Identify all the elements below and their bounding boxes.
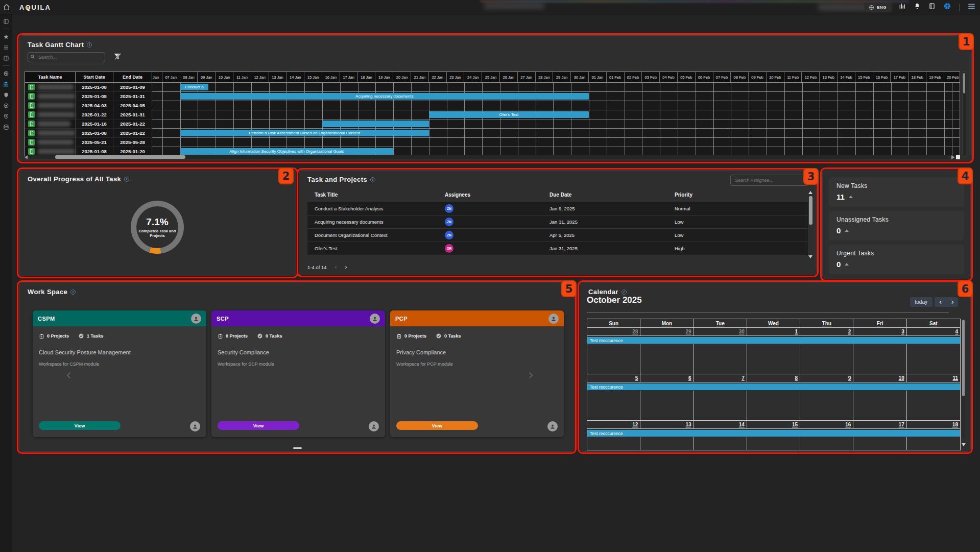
scroll-left-arrow-icon[interactable] — [25, 155, 28, 159]
column-header-due-date[interactable]: Due Date — [542, 192, 667, 198]
calendar-day-cell[interactable] — [800, 344, 853, 374]
assignee-avatar[interactable]: ZN — [445, 218, 453, 226]
sidebar-database-icon[interactable] — [3, 124, 9, 130]
column-header-priority[interactable]: Priority — [667, 192, 808, 198]
workspace-view-button[interactable]: View — [39, 421, 121, 430]
stat-card-unassigned-tasks[interactable]: Unassigned Tasks0 — [829, 211, 964, 241]
avatar-icon[interactable] — [191, 314, 201, 324]
calendar-day-cell[interactable] — [694, 391, 747, 420]
scroll-up-arrow-icon[interactable] — [808, 191, 812, 194]
sidebar-shield-user-icon[interactable] — [3, 113, 9, 119]
assignee-avatar[interactable]: ZN — [445, 231, 453, 239]
calendar-date[interactable]: 4 — [907, 328, 960, 335]
workspace-card-pcp[interactable]: PCP0 Projects0 TasksPrivacy ComplianceWo… — [390, 310, 564, 437]
column-header-task-name[interactable]: Task Name — [25, 72, 76, 82]
gantt-bar[interactable]: Acquiring necessary documents — [180, 93, 589, 100]
calendar-scroll-down-icon[interactable] — [962, 443, 966, 446]
calendar-day-header[interactable]: Fri — [853, 319, 906, 327]
column-header-assignees[interactable]: Assignees — [438, 192, 542, 198]
gantt-task-name-cell[interactable] — [25, 129, 76, 138]
stat-card-urgent-tasks[interactable]: Urgent Tasks0 — [829, 245, 964, 274]
calendar-day-cell[interactable] — [587, 391, 640, 420]
assignee-avatar[interactable]: ZN — [445, 204, 453, 213]
calendar-day-cell[interactable] — [587, 344, 640, 374]
calendar-next-icon[interactable] — [950, 300, 955, 305]
sidebar-shield-icon[interactable] — [3, 91, 9, 98]
user-avatar[interactable] — [943, 2, 951, 12]
pagination-prev-icon[interactable]: ‹ — [335, 264, 337, 270]
task-row[interactable]: Acquiring necessary documentsZNJan 31, 2… — [307, 215, 808, 228]
calendar-date[interactable]: 1 — [747, 328, 800, 335]
calendar-date[interactable]: 9 — [800, 374, 853, 382]
calendar-day-cell[interactable] — [800, 437, 853, 450]
menu-hamburger-icon[interactable] — [967, 2, 976, 13]
gantt-vertical-scrollbar[interactable] — [962, 71, 966, 156]
calendar-date[interactable]: 2 — [800, 328, 853, 335]
calendar-day-cell[interactable] — [907, 391, 960, 420]
calendar-event-bar[interactable]: Test reoccurence — [587, 337, 960, 344]
sidebar-menu-icon[interactable] — [3, 44, 9, 51]
calendar-day-cell[interactable] — [747, 437, 800, 450]
carousel-next-icon[interactable] — [526, 371, 535, 380]
calendar-date[interactable]: 29 — [640, 328, 694, 335]
gantt-search-input[interactable] — [28, 52, 105, 62]
avatar-icon[interactable] — [190, 421, 200, 431]
calendar-date[interactable]: 10 — [853, 374, 906, 382]
assignee-avatar[interactable]: OR — [445, 244, 453, 253]
sort-caret-icon[interactable] — [845, 229, 849, 232]
calendar-date[interactable]: 15 — [747, 421, 800, 428]
calendar-date[interactable]: 28 — [587, 328, 640, 335]
gantt-bar[interactable]: Ofer's Test — [429, 111, 589, 118]
gantt-task-name-cell[interactable] — [25, 110, 76, 119]
calendar-day-header[interactable]: Mon — [640, 319, 694, 327]
scroll-right-arrow-icon[interactable] — [951, 155, 954, 159]
reports-icon[interactable] — [899, 3, 906, 12]
calendar-date[interactable]: 11 — [907, 374, 960, 382]
sort-caret-icon[interactable] — [849, 196, 853, 198]
avatar-icon[interactable] — [548, 314, 559, 324]
gantt-horizontal-scrollbar[interactable] — [25, 155, 960, 159]
scrollbar-thumb[interactable] — [962, 320, 965, 396]
avatar-icon[interactable] — [547, 421, 558, 431]
gantt-bar[interactable]: Conduct a — [180, 84, 209, 90]
calendar-date[interactable]: 18 — [907, 421, 960, 428]
sidebar-favorites-star-icon[interactable] — [3, 33, 9, 40]
calendar-day-cell[interactable] — [800, 391, 853, 420]
task-row[interactable]: Document Organizational ContextZNApr 5, … — [307, 228, 808, 242]
scrollbar-thumb[interactable] — [809, 196, 812, 225]
gantt-task-name-cell[interactable] — [25, 92, 76, 101]
task-row[interactable]: Ofer's TestORJan 31, 2025High — [307, 242, 808, 255]
sidebar-bank-icon-active[interactable] — [3, 81, 9, 87]
calendar-day-cell[interactable] — [907, 437, 960, 450]
calendar-day-header[interactable]: Wed — [747, 319, 800, 327]
gantt-bar[interactable] — [322, 121, 429, 127]
assignee-search-input[interactable] — [730, 175, 808, 186]
info-icon[interactable]: i — [622, 290, 627, 295]
calendar-day-cell[interactable] — [853, 344, 906, 374]
calendar-day-cell[interactable] — [640, 391, 694, 420]
calendar-event-bar[interactable]: Test reoccurence — [587, 383, 960, 390]
workspace-view-button[interactable]: View — [218, 421, 299, 430]
avatar-icon[interactable] — [370, 314, 380, 324]
calendar-day-cell[interactable] — [747, 344, 800, 374]
info-icon[interactable]: i — [370, 177, 375, 182]
docs-icon[interactable] — [928, 3, 936, 12]
column-header-end-date[interactable]: End Date — [113, 72, 152, 82]
calendar-day-header[interactable]: Tue — [694, 319, 747, 327]
calendar-date[interactable]: 6 — [640, 374, 694, 382]
avatar-icon[interactable] — [369, 421, 379, 431]
gantt-task-name-cell[interactable] — [25, 101, 76, 110]
info-icon[interactable]: i — [70, 290, 76, 295]
calendar-scrollbar[interactable] — [962, 319, 965, 438]
calendar-date[interactable]: 7 — [694, 374, 747, 382]
carousel-indicator[interactable] — [293, 447, 302, 449]
gantt-bar[interactable]: Align Information Security Objectives wi… — [180, 148, 394, 155]
calendar-day-cell[interactable] — [587, 437, 640, 450]
home-icon[interactable] — [3, 4, 10, 11]
stat-card-new-tasks[interactable]: New Tasks11 — [829, 177, 964, 207]
tasks-scrollbar[interactable] — [808, 191, 813, 258]
calendar-date[interactable]: 3 — [853, 328, 906, 335]
gantt-task-name-cell[interactable] — [25, 83, 76, 92]
calendar-date[interactable]: 12 — [587, 421, 640, 428]
notifications-bell-icon[interactable] — [914, 3, 921, 12]
